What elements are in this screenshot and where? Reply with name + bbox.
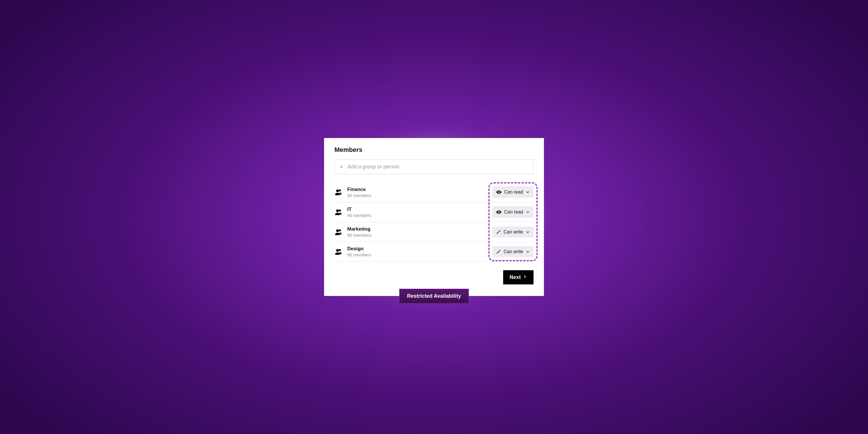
panel-title: Members bbox=[335, 146, 533, 154]
permission-label: Can write bbox=[503, 249, 523, 254]
permission-dropdown[interactable]: Can write bbox=[492, 226, 533, 238]
svg-point-7 bbox=[498, 212, 499, 212]
group-member-count: 90 members bbox=[347, 252, 371, 257]
chevron-down-icon bbox=[525, 249, 530, 254]
group-name: IT bbox=[347, 207, 371, 212]
eye-icon bbox=[496, 209, 502, 215]
group-icon bbox=[335, 228, 343, 236]
members-card: Members Add a group or person Finance90 … bbox=[324, 138, 544, 296]
add-member-input[interactable]: Add a group or person bbox=[335, 159, 533, 174]
restricted-availability-badge: Restricted Availability bbox=[399, 289, 469, 304]
svg-point-6 bbox=[339, 210, 341, 212]
permission-dropdown[interactable]: Can read bbox=[492, 206, 533, 218]
group-icon bbox=[335, 188, 343, 196]
pencil-icon bbox=[496, 229, 501, 235]
add-member-placeholder: Add a group or person bbox=[347, 164, 399, 170]
permission-label: Can read bbox=[504, 210, 523, 215]
permission-dropdown[interactable]: Can read bbox=[492, 186, 533, 198]
next-button-label: Next bbox=[509, 274, 521, 280]
chevron-down-icon bbox=[525, 230, 530, 235]
group-name: Marketing bbox=[347, 226, 371, 232]
chevron-right-icon bbox=[523, 274, 527, 280]
svg-point-5 bbox=[336, 210, 339, 212]
eye-icon bbox=[496, 189, 502, 195]
chevron-down-icon bbox=[525, 210, 530, 214]
permission-label: Can read bbox=[504, 189, 523, 195]
pencil-icon bbox=[496, 249, 501, 254]
svg-point-9 bbox=[339, 229, 341, 231]
svg-point-11 bbox=[336, 249, 339, 251]
group-member-count: 90 members bbox=[347, 213, 371, 218]
member-row: IT90 membersCan read bbox=[335, 202, 533, 222]
member-row: Design90 membersCan write bbox=[335, 242, 533, 261]
group-name: Design bbox=[347, 246, 371, 252]
svg-line-10 bbox=[497, 230, 500, 234]
permission-label: Can write bbox=[503, 229, 523, 235]
member-row: Finance90 membersCan read bbox=[335, 182, 533, 202]
group-icon bbox=[335, 248, 343, 256]
svg-point-4 bbox=[498, 191, 499, 192]
permission-dropdown[interactable]: Can write bbox=[492, 246, 533, 257]
svg-point-12 bbox=[339, 249, 341, 251]
group-member-count: 90 members bbox=[347, 232, 371, 238]
group-icon bbox=[335, 208, 343, 216]
svg-line-13 bbox=[497, 250, 500, 253]
chevron-down-icon bbox=[525, 190, 530, 194]
svg-point-2 bbox=[336, 189, 339, 192]
group-member-count: 90 members bbox=[347, 193, 371, 198]
svg-point-3 bbox=[339, 189, 341, 191]
group-name: Finance bbox=[347, 187, 371, 192]
svg-point-8 bbox=[336, 229, 339, 232]
plus-icon bbox=[339, 164, 344, 169]
next-button[interactable]: Next bbox=[503, 270, 533, 284]
member-row: Marketing90 membersCan write bbox=[335, 222, 533, 242]
